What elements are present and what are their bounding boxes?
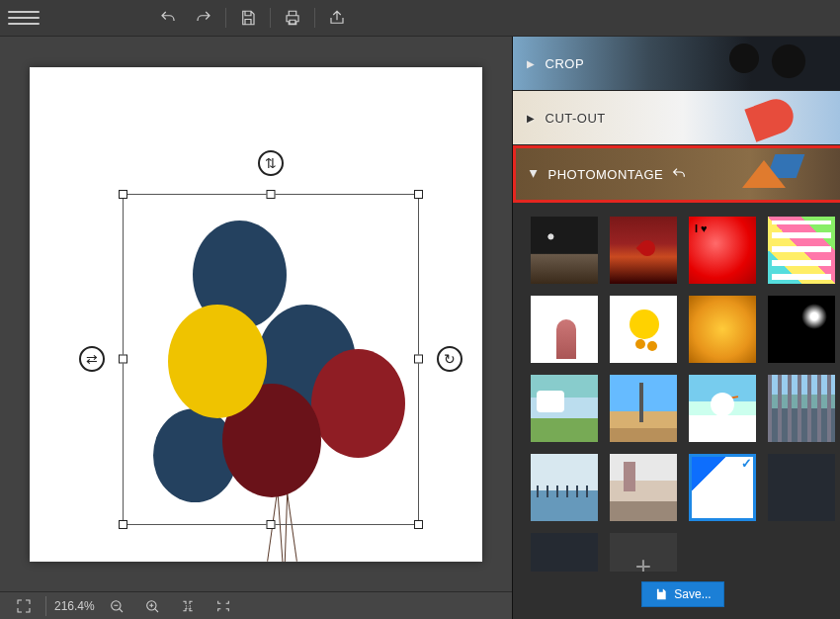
chevron-right-icon: ▶ (527, 113, 536, 124)
resize-handle-bm[interactable] (267, 520, 276, 529)
fit-screen-icon[interactable] (10, 592, 38, 620)
resize-handle-br[interactable] (414, 520, 423, 529)
template-thumb[interactable] (768, 454, 835, 521)
template-thumb[interactable] (531, 533, 598, 572)
template-thumb[interactable] (531, 296, 598, 363)
template-thumb[interactable] (768, 217, 835, 284)
panel-label: CROP (546, 56, 585, 71)
panel-label: PHOTOMONTAGE (548, 167, 664, 182)
top-toolbar (0, 0, 840, 37)
undo-icon[interactable] (154, 4, 182, 32)
template-thumb[interactable] (610, 217, 677, 284)
menu-button[interactable] (8, 6, 40, 30)
save-label: Save... (674, 587, 711, 601)
resize-handle-ml[interactable] (119, 355, 127, 364)
redo-icon[interactable] (190, 4, 217, 32)
template-thumb[interactable] (689, 217, 756, 284)
template-thumb[interactable] (768, 375, 835, 442)
panel-crop[interactable]: ▶ CROP (513, 37, 840, 91)
template-thumb[interactable] (689, 296, 756, 363)
bottom-toolbar: 216.4% 1:1 (0, 591, 512, 619)
add-template-button[interactable]: + (610, 533, 677, 572)
actual-size-icon[interactable]: 1:1 (174, 592, 202, 620)
zoom-level: 216.4% (54, 599, 95, 613)
template-thumb[interactable] (610, 296, 677, 363)
resize-handle-mr[interactable] (414, 355, 423, 364)
panel-label: CUT-OUT (546, 111, 606, 126)
resize-handle-bl[interactable] (119, 520, 127, 529)
zoom-in-icon[interactable] (138, 592, 166, 620)
chevron-down-icon: ▶ (529, 170, 540, 179)
template-thumb[interactable] (610, 375, 677, 442)
template-thumb[interactable] (531, 375, 598, 442)
template-grid: + (513, 203, 840, 572)
canvas-area: ⇅ ⇄ ↻ 216.4% 1:1 (0, 37, 512, 619)
panel-photomontage[interactable]: ▶ PHOTOMONTAGE (513, 145, 840, 203)
template-thumb[interactable] (531, 217, 598, 284)
template-thumb[interactable] (689, 375, 756, 442)
print-icon[interactable] (279, 4, 306, 32)
template-thumb[interactable] (610, 454, 677, 521)
fit-width-icon[interactable] (210, 592, 237, 620)
template-thumb[interactable] (531, 454, 598, 521)
chevron-right-icon: ▶ (527, 58, 536, 69)
flip-horizontal-icon[interactable]: ⇄ (79, 346, 105, 372)
template-thumb-selected[interactable] (689, 454, 756, 521)
save-icon[interactable] (234, 4, 262, 32)
flip-vertical-icon[interactable]: ⇅ (258, 150, 284, 176)
save-button[interactable]: Save... (641, 581, 723, 607)
resize-handle-tm[interactable] (267, 190, 276, 199)
reset-icon[interactable] (671, 166, 687, 182)
rotate-icon[interactable]: ↻ (437, 346, 462, 372)
resize-handle-tr[interactable] (414, 190, 423, 199)
resize-handle-tl[interactable] (119, 190, 127, 199)
document-page[interactable]: ⇅ ⇄ ↻ (30, 67, 482, 562)
template-thumb[interactable] (768, 296, 835, 363)
panel-cutout[interactable]: ▶ CUT-OUT (513, 91, 840, 145)
right-panel: ▶ CROP ▶ CUT-OUT ▶ PHOTOMONTAGE (512, 37, 840, 619)
share-icon[interactable] (323, 4, 351, 32)
zoom-out-icon[interactable] (103, 592, 130, 620)
svg-text:1:1: 1:1 (185, 604, 192, 609)
